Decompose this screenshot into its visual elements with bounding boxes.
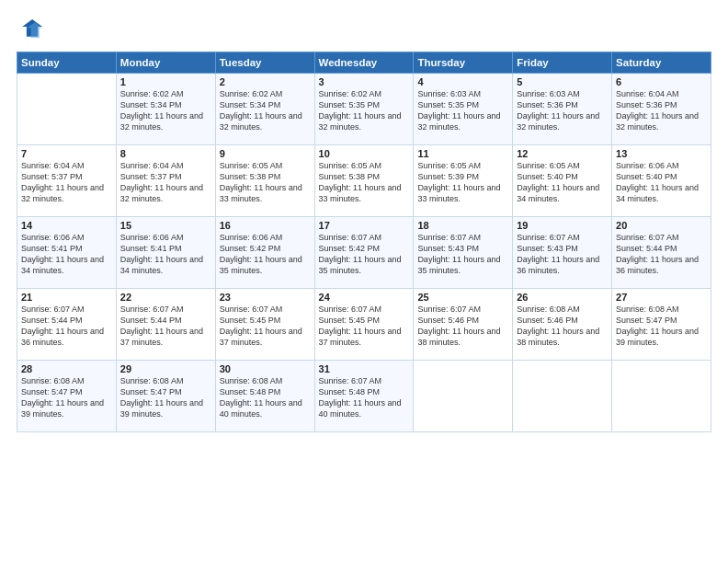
sunrise-text: Sunrise: 6:08 AM (21, 375, 112, 386)
calendar-cell: 1 Sunrise: 6:02 AM Sunset: 5:34 PM Dayli… (116, 74, 215, 145)
sunset-text: Sunset: 5:36 PM (517, 99, 608, 110)
day-number: 28 (21, 363, 112, 374)
cell-content: 4 Sunrise: 6:03 AM Sunset: 5:35 PM Dayli… (417, 76, 508, 133)
daylight-text: Daylight: 11 hours and 36 minutes. (21, 326, 112, 348)
sunset-text: Sunset: 5:44 PM (616, 243, 707, 254)
day-number: 6 (616, 76, 707, 87)
calendar-cell (612, 361, 711, 432)
sunrise-text: Sunrise: 6:06 AM (220, 232, 311, 243)
calendar-cell: 8 Sunrise: 6:04 AM Sunset: 5:37 PM Dayli… (116, 145, 215, 217)
cell-content: 5 Sunrise: 6:03 AM Sunset: 5:36 PM Dayli… (517, 76, 608, 133)
daylight-text: Daylight: 11 hours and 34 minutes. (21, 254, 112, 276)
sunrise-text: Sunrise: 6:07 AM (319, 304, 410, 315)
sunset-text: Sunset: 5:43 PM (517, 243, 608, 254)
day-number: 22 (120, 292, 211, 303)
sunset-text: Sunset: 5:34 PM (120, 99, 211, 110)
cell-content: 22 Sunrise: 6:07 AM Sunset: 5:44 PM Dayl… (120, 292, 211, 349)
sunrise-text: Sunrise: 6:08 AM (616, 304, 707, 315)
weekday-header-thursday: Thursday (414, 52, 513, 74)
daylight-text: Daylight: 11 hours and 33 minutes. (220, 182, 311, 204)
day-number: 18 (417, 220, 508, 231)
calendar-cell: 12 Sunrise: 6:05 AM Sunset: 5:40 PM Dayl… (513, 145, 612, 217)
sunrise-text: Sunrise: 6:06 AM (21, 232, 112, 243)
calendar-cell: 24 Sunrise: 6:07 AM Sunset: 5:45 PM Dayl… (314, 289, 414, 361)
day-number: 5 (517, 76, 608, 87)
sunrise-text: Sunrise: 6:06 AM (120, 232, 211, 243)
sunset-text: Sunset: 5:42 PM (220, 243, 311, 254)
sunrise-text: Sunrise: 6:04 AM (21, 160, 112, 171)
sunrise-text: Sunrise: 6:03 AM (517, 88, 608, 99)
calendar-cell: 14 Sunrise: 6:06 AM Sunset: 5:41 PM Dayl… (17, 217, 117, 289)
calendar-cell: 25 Sunrise: 6:07 AM Sunset: 5:46 PM Dayl… (414, 289, 513, 361)
daylight-text: Daylight: 11 hours and 38 minutes. (417, 326, 508, 348)
calendar-cell: 27 Sunrise: 6:08 AM Sunset: 5:47 PM Dayl… (612, 289, 711, 361)
sunrise-text: Sunrise: 6:07 AM (21, 304, 112, 315)
weekday-header-tuesday: Tuesday (215, 52, 314, 74)
cell-content: 27 Sunrise: 6:08 AM Sunset: 5:47 PM Dayl… (616, 292, 707, 349)
calendar-cell: 18 Sunrise: 6:07 AM Sunset: 5:43 PM Dayl… (414, 217, 513, 289)
weekday-header-saturday: Saturday (612, 52, 711, 74)
day-number: 13 (616, 148, 707, 159)
calendar-cell: 10 Sunrise: 6:05 AM Sunset: 5:38 PM Dayl… (314, 145, 414, 217)
sunrise-text: Sunrise: 6:02 AM (220, 88, 311, 99)
daylight-text: Daylight: 11 hours and 34 minutes. (616, 182, 707, 204)
weekday-header-sunday: Sunday (17, 52, 117, 74)
weekday-header-friday: Friday (513, 52, 612, 74)
sunrise-text: Sunrise: 6:07 AM (417, 304, 508, 315)
cell-content: 11 Sunrise: 6:05 AM Sunset: 5:39 PM Dayl… (417, 148, 508, 205)
day-number: 29 (120, 363, 211, 374)
daylight-text: Daylight: 11 hours and 32 minutes. (220, 110, 311, 132)
calendar-cell: 5 Sunrise: 6:03 AM Sunset: 5:36 PM Dayli… (513, 74, 612, 145)
cell-content: 10 Sunrise: 6:05 AM Sunset: 5:38 PM Dayl… (319, 148, 410, 205)
logo-icon (17, 17, 42, 42)
daylight-text: Daylight: 11 hours and 33 minutes. (319, 182, 410, 204)
sunrise-text: Sunrise: 6:08 AM (220, 375, 311, 386)
sunrise-text: Sunrise: 6:05 AM (220, 160, 311, 171)
calendar-cell: 19 Sunrise: 6:07 AM Sunset: 5:43 PM Dayl… (513, 217, 612, 289)
calendar-cell: 6 Sunrise: 6:04 AM Sunset: 5:36 PM Dayli… (612, 74, 711, 145)
daylight-text: Daylight: 11 hours and 37 minutes. (220, 326, 311, 348)
cell-content: 12 Sunrise: 6:05 AM Sunset: 5:40 PM Dayl… (517, 148, 608, 205)
day-number: 17 (319, 220, 410, 231)
sunset-text: Sunset: 5:35 PM (319, 99, 410, 110)
daylight-text: Daylight: 11 hours and 34 minutes. (120, 254, 211, 276)
day-number: 27 (616, 292, 707, 303)
sunrise-text: Sunrise: 6:07 AM (220, 304, 311, 315)
sunrise-text: Sunrise: 6:08 AM (517, 304, 608, 315)
sunset-text: Sunset: 5:37 PM (120, 171, 211, 182)
sunrise-text: Sunrise: 6:07 AM (319, 375, 410, 386)
cell-content: 21 Sunrise: 6:07 AM Sunset: 5:44 PM Dayl… (21, 292, 112, 349)
sunset-text: Sunset: 5:36 PM (616, 99, 707, 110)
sunrise-text: Sunrise: 6:02 AM (120, 88, 211, 99)
calendar-cell: 29 Sunrise: 6:08 AM Sunset: 5:47 PM Dayl… (116, 361, 215, 432)
daylight-text: Daylight: 11 hours and 32 minutes. (319, 110, 410, 132)
daylight-text: Daylight: 11 hours and 35 minutes. (319, 254, 410, 276)
daylight-text: Daylight: 11 hours and 32 minutes. (417, 110, 508, 132)
calendar-table: SundayMondayTuesdayWednesdayThursdayFrid… (17, 52, 711, 432)
day-number: 12 (517, 148, 608, 159)
sunset-text: Sunset: 5:45 PM (319, 315, 410, 326)
day-number: 21 (21, 292, 112, 303)
daylight-text: Daylight: 11 hours and 40 minutes. (319, 397, 410, 419)
day-number: 9 (220, 148, 311, 159)
day-number: 24 (319, 292, 410, 303)
sunrise-text: Sunrise: 6:08 AM (120, 375, 211, 386)
sunrise-text: Sunrise: 6:05 AM (417, 160, 508, 171)
day-number: 15 (120, 220, 211, 231)
cell-content: 3 Sunrise: 6:02 AM Sunset: 5:35 PM Dayli… (319, 76, 410, 133)
week-row-4: 21 Sunrise: 6:07 AM Sunset: 5:44 PM Dayl… (17, 289, 711, 361)
sunset-text: Sunset: 5:47 PM (616, 315, 707, 326)
sunrise-text: Sunrise: 6:07 AM (417, 232, 508, 243)
weekday-header-monday: Monday (116, 52, 215, 74)
day-number: 14 (21, 220, 112, 231)
daylight-text: Daylight: 11 hours and 39 minutes. (616, 326, 707, 348)
sunrise-text: Sunrise: 6:05 AM (517, 160, 608, 171)
cell-content: 16 Sunrise: 6:06 AM Sunset: 5:42 PM Dayl… (220, 220, 311, 277)
cell-content: 28 Sunrise: 6:08 AM Sunset: 5:47 PM Dayl… (21, 363, 112, 420)
calendar-cell: 2 Sunrise: 6:02 AM Sunset: 5:34 PM Dayli… (215, 74, 314, 145)
sunset-text: Sunset: 5:47 PM (21, 386, 112, 397)
calendar-cell: 16 Sunrise: 6:06 AM Sunset: 5:42 PM Dayl… (215, 217, 314, 289)
day-number: 19 (517, 220, 608, 231)
sunrise-text: Sunrise: 6:04 AM (616, 88, 707, 99)
calendar-cell: 20 Sunrise: 6:07 AM Sunset: 5:44 PM Dayl… (612, 217, 711, 289)
